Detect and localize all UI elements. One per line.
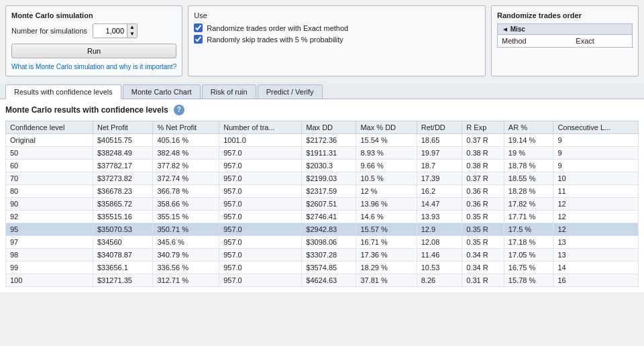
table-cell: 12 [553,198,639,211]
spinner-up[interactable]: ▲ [127,24,137,31]
table-cell: $3098.06 [302,236,356,249]
table-cell: 336.56 % [153,262,219,274]
table-row[interactable]: 80$36678.23366.78 %957.0$2317.5912 %16.2… [6,185,639,198]
checkbox-skip-trades-label: Randomly skip trades with 5 % probabilit… [207,36,343,44]
col-consec-l: Consecutive L... [553,121,639,134]
table-cell: $2317.59 [302,185,356,198]
table-cell: 99 [6,262,93,274]
table-cell: 92 [6,211,93,223]
table-cell: 17.5 % [504,223,553,236]
table-cell: 98 [6,249,93,262]
table-cell: 957.0 [219,236,302,249]
table-cell: 13 [553,249,639,262]
spinner-down[interactable]: ▼ [127,31,137,38]
tab-predict[interactable]: Predict / Verify [258,84,323,99]
table-row[interactable]: 50$38248.49382.48 %957.0$1911.318.93 %19… [6,147,639,160]
table-cell: $37782.17 [93,160,153,172]
tab-chart[interactable]: Monte Carlo Chart [123,84,201,99]
table-row[interactable]: 100$31271.35312.71 %957.0$4624.6337.81 %… [6,274,639,287]
table-row[interactable]: 95$35070.53350.71 %957.0$2942.8315.57 %1… [6,223,639,236]
table-row[interactable]: 70$37273.82372.74 %957.0$2199.0310.5 %17… [6,172,639,185]
table-cell: 405.16 % [153,134,219,147]
table-cell: 9.66 % [356,160,417,172]
table-row[interactable]: 92$35515.16355.15 %957.0$2746.4114.6 %13… [6,211,639,223]
col-confidence: Confidence level [6,121,93,134]
table-cell: 0.38 R [462,147,504,160]
table-cell: 377.82 % [153,160,219,172]
num-simulations-spinner[interactable]: 1,000 ▲ ▼ [93,23,138,38]
col-ar-pct: AR % [504,121,553,134]
table-cell: 9 [553,147,639,160]
table-cell: $3307.28 [302,249,356,262]
tab-results[interactable]: Results with confidence levels [5,84,121,99]
table-cell: 8.93 % [356,147,417,160]
table-cell: $2030.3 [302,160,356,172]
table-cell: 0.34 R [462,262,504,274]
checkbox-randomize-exact[interactable] [194,23,203,32]
table-cell: $37273.82 [93,172,153,185]
table-cell: 0.37 R [462,134,504,147]
help-icon[interactable]: ? [174,105,184,115]
table-cell: 17.36 % [356,249,417,262]
tab-risk[interactable]: Risk of ruin [202,84,256,99]
table-row[interactable]: 60$37782.17377.82 %957.0$2030.39.66 %18.… [6,160,639,172]
table-row[interactable]: 99$33656.1336.56 %957.0$3574.8518.29 %10… [6,262,639,274]
table-cell: 18.65 [417,134,462,147]
table-cell: 95 [6,223,93,236]
num-simulations-input[interactable]: 1,000 [93,26,127,36]
table-cell: 16.71 % [356,236,417,249]
table-cell: 0.35 R [462,223,504,236]
checkbox-skip-trades[interactable] [194,35,203,44]
use-panel: Use Randomize trades order with Exact me… [188,5,486,76]
table-cell: 12 % [356,185,417,198]
table-cell: 10.5 % [356,172,417,185]
table-cell: 312.71 % [153,274,219,287]
mc-info-link[interactable]: What is Monte Carlo simulation and why i… [11,63,176,70]
table-cell: 350.71 % [153,223,219,236]
table-cell: 366.78 % [153,185,219,198]
table-cell: 13.96 % [356,198,417,211]
table-cell: 345.6 % [153,236,219,249]
monte-carlo-panel: Monte Carlo simulation Number for simula… [5,5,182,76]
table-row[interactable]: 90$35865.72358.66 %957.0$2607.5113.96 %1… [6,198,639,211]
monte-carlo-title: Monte Carlo simulation [11,11,176,19]
table-cell: 14.47 [417,198,462,211]
table-cell: 957.0 [219,160,302,172]
checkbox-row-2: Randomly skip trades with 5 % probabilit… [194,35,480,44]
table-cell: 11.46 [417,249,462,262]
table-cell: 957.0 [219,262,302,274]
table-row[interactable]: Original$40515.75405.16 %1001.0$2172.361… [6,134,639,147]
misc-header[interactable]: ◄ Misc [497,23,633,35]
table-cell: $31271.35 [93,274,153,287]
table-cell: 97 [6,236,93,249]
table-cell: 382.48 % [153,147,219,160]
table-cell: 0.36 R [462,198,504,211]
table-cell: 957.0 [219,274,302,287]
table-cell: 12 [553,223,639,236]
table-cell: $2607.51 [302,198,356,211]
table-cell: 16 [553,274,639,287]
table-cell: 19.97 [417,147,462,160]
table-cell: $35865.72 [93,198,153,211]
table-cell: 15.54 % [356,134,417,147]
table-cell: 957.0 [219,198,302,211]
method-value: Exact [572,35,632,48]
table-cell: 0.34 R [462,249,504,262]
table-cell: 16.75 % [504,262,553,274]
table-cell: 957.0 [219,172,302,185]
table-cell: 17.18 % [504,236,553,249]
table-cell: $3574.85 [302,262,356,274]
table-row[interactable]: 97$34560345.6 %957.0$3098.0616.71 %12.08… [6,236,639,249]
col-max-pct-dd: Max % DD [356,121,417,134]
table-cell: 0.35 R [462,211,504,223]
use-label: Use [194,11,480,19]
table-cell: 0.36 R [462,185,504,198]
method-label: Method [498,35,572,48]
table-cell: 90 [6,198,93,211]
table-row[interactable]: 98$34078.87340.79 %957.0$3307.2817.36 %1… [6,249,639,262]
table-cell: 18.29 % [356,262,417,274]
table-cell: $34560 [93,236,153,249]
misc-table: Method Exact [497,35,633,48]
table-cell: 18.28 % [504,185,553,198]
run-button[interactable]: Run [11,44,176,58]
